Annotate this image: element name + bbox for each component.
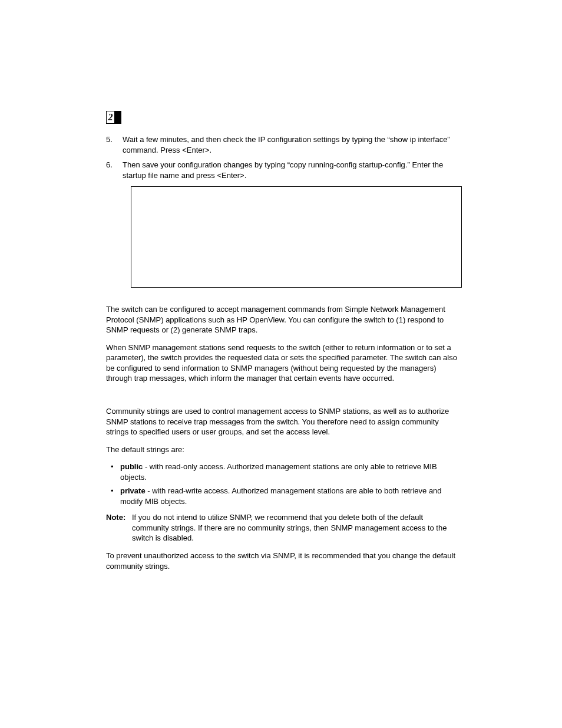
- string-name: public: [120, 462, 143, 471]
- paragraph: To prevent unauthorized access to the sw…: [106, 551, 462, 571]
- default-strings-list: • public - with read-only access. Author…: [106, 462, 462, 506]
- document-page: 2 5. Wait a few minutes, and then check …: [0, 0, 562, 571]
- list-item-text: private - with read-write access. Author…: [120, 486, 462, 506]
- paragraph: The default strings are:: [106, 444, 462, 455]
- chapter-number: 2: [108, 112, 113, 123]
- list-item: • public - with read-only access. Author…: [106, 462, 462, 482]
- step-item: 6. Then save your configuration changes …: [106, 160, 462, 180]
- step-number: 5.: [106, 134, 123, 155]
- note-label: Note:: [106, 512, 132, 543]
- bullet-icon: •: [111, 462, 120, 482]
- note-text: If you do not intend to utilize SNMP, we…: [132, 512, 462, 543]
- paragraph: Community strings are used to control ma…: [106, 406, 462, 437]
- string-desc: - with read-only access. Authorized mana…: [120, 462, 437, 482]
- page-content: 5. Wait a few minutes, and then check th…: [106, 134, 462, 571]
- step-text: Wait a few minutes, and then check the I…: [123, 134, 462, 155]
- bullet-icon: •: [111, 486, 120, 506]
- step-item: 5. Wait a few minutes, and then check th…: [106, 134, 462, 155]
- list-item: • private - with read-write access. Auth…: [106, 486, 462, 506]
- step-number: 6.: [106, 160, 123, 180]
- step-text: Then save your configuration changes by …: [123, 160, 462, 180]
- note-block: Note: If you do not intend to utilize SN…: [106, 512, 462, 543]
- chapter-tab: 2: [106, 111, 121, 124]
- paragraph: The switch can be configured to accept m…: [106, 304, 462, 335]
- list-item-text: public - with read-only access. Authoriz…: [120, 462, 462, 482]
- string-desc: - with read-write access. Authorized man…: [120, 486, 442, 506]
- terminal-box: [131, 186, 462, 288]
- paragraph: When SNMP management stations send reque…: [106, 342, 462, 384]
- string-name: private: [120, 486, 146, 495]
- section-gap: [106, 391, 462, 406]
- step-list: 5. Wait a few minutes, and then check th…: [106, 134, 462, 180]
